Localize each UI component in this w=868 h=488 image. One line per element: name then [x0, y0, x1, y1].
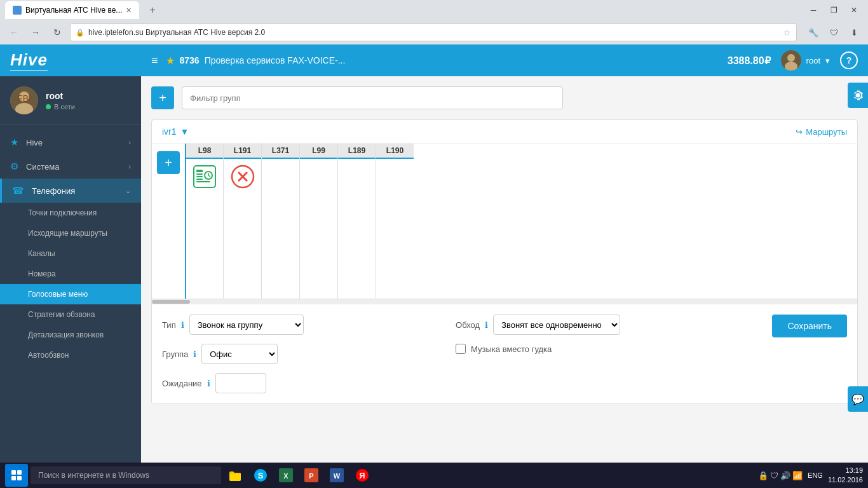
user-menu[interactable]: root ▾ [781, 50, 830, 71]
wait-info-icon[interactable]: ℹ [207, 379, 210, 388]
group-info-icon[interactable]: ℹ [193, 349, 196, 359]
ivr-col-l191: L191 [223, 144, 261, 299]
tab-favicon [13, 6, 22, 15]
type-info-icon[interactable]: ℹ [181, 320, 184, 330]
taskbar-search-input[interactable] [31, 466, 221, 484]
help-button[interactable]: ? [840, 51, 858, 69]
top-bar-right: 3388.80₽ root ▾ ? [728, 50, 858, 71]
new-tab-button[interactable]: + [144, 2, 160, 18]
svg-text:W: W [334, 472, 341, 480]
taskbar-powerpoint[interactable]: P [300, 464, 323, 487]
status-dot [46, 104, 51, 109]
app-container: Hive FBI root В сети ★ [0, 44, 868, 488]
taskbar-excel[interactable]: X [275, 464, 297, 487]
col-header-l190: L190 [376, 144, 414, 159]
sidebar-item-outgoing-routes[interactable]: Исходящие маршруты [0, 223, 141, 243]
system-tray: 🔒 🛡 🔊 📶 [758, 471, 803, 480]
filter-groups-input[interactable] [182, 86, 563, 109]
hamburger-icon[interactable]: ≡ [151, 54, 158, 67]
svg-rect-17 [11, 470, 16, 475]
tab-close-btn[interactable]: ✕ [126, 6, 132, 15]
user-avatar-small [781, 50, 801, 71]
ivr-add-node-button[interactable]: + [157, 151, 180, 174]
svg-rect-9 [196, 173, 203, 175]
save-button[interactable]: Сохранить [772, 315, 847, 337]
page-id: 8736 [180, 55, 200, 65]
right-chat-button[interactable]: 💬 [848, 386, 868, 412]
col-header-l191: L191 [224, 144, 261, 159]
taskbar-skype[interactable]: S [249, 464, 272, 487]
svg-text:Я: Я [359, 471, 365, 480]
tray-network[interactable]: 📶 [792, 471, 803, 480]
sidebar-item-label: Hive [26, 138, 121, 147]
sidebar-item-autodialer[interactable]: Автообзвон [0, 345, 141, 365]
browser-tab[interactable]: Виртуальная АТС Hive ве... ✕ [5, 1, 139, 19]
ivr-name-selector[interactable]: ivr1 ▼ [162, 126, 189, 137]
shield-button[interactable]: 🛡 [825, 24, 843, 41]
address-bar[interactable]: 🔒 hive.iptelefon.su Виртуальная АТС Hive… [70, 24, 797, 41]
bypass-select[interactable]: Звонят все одновременноПо очередиСлучайн… [493, 315, 620, 335]
back-button[interactable]: ← [5, 24, 23, 41]
sidebar-item-voice-menu[interactable]: Голосовые меню [0, 284, 141, 304]
ivr-dropdown-arrow: ▼ [180, 126, 189, 137]
lang-indicator[interactable]: ENG [808, 471, 823, 479]
reload-button[interactable]: ↻ [48, 24, 66, 41]
taskbar-clock: 13:19 11.02.2016 [828, 466, 863, 485]
phone-icon: ☎ [12, 185, 24, 196]
ivr-canvas: + L98 [152, 144, 857, 304]
add-group-button[interactable]: + [151, 86, 174, 109]
wait-input[interactable]: 60 [215, 373, 266, 393]
telephony-submenu: Точки подключения Исходящие маршруты Кан… [0, 203, 141, 365]
sidebar-item-system[interactable]: ⚙ Система › [0, 154, 141, 179]
forward-button[interactable]: → [27, 24, 44, 41]
node-delete-icon[interactable] [230, 164, 255, 189]
svg-text:S: S [258, 471, 264, 480]
taskbar-right: 🔒 🛡 🔊 📶 ENG 13:19 11.02.2016 [758, 466, 863, 485]
sidebar-item-numbers[interactable]: Номера [0, 264, 141, 284]
star-icon: ★ [10, 137, 18, 148]
right-gear-button[interactable] [848, 83, 868, 108]
taskbar-yandex[interactable]: Я [351, 464, 374, 487]
minimize-button[interactable]: ─ [804, 3, 822, 18]
taskbar-app-icons: S X P W Я [224, 464, 374, 487]
form-left: Тип ℹ Звонок на группуГолосовое менюВнеш… [162, 315, 304, 393]
music-checkbox[interactable] [456, 344, 466, 354]
extensions-button[interactable]: 🔧 [804, 24, 822, 41]
ivr-col-l371: L371 [261, 144, 299, 299]
bypass-info-icon[interactable]: ℹ [485, 320, 488, 330]
taskbar-word[interactable]: W [325, 464, 348, 487]
ivr-section: ivr1 ▼ ↪ Маршруты + L [151, 119, 858, 404]
sidebar-item-telephony[interactable]: ☎ Телефония ⌄ [0, 179, 141, 203]
username-label: root [806, 56, 820, 65]
taskbar-file-explorer[interactable] [224, 464, 247, 487]
download-button[interactable]: ⬇ [845, 24, 863, 41]
sidebar-item-call-details[interactable]: Детализация звонков [0, 325, 141, 345]
bookmark-icon[interactable]: ☆ [783, 27, 791, 37]
col-body-l99 [300, 159, 337, 299]
sidebar-item-channels[interactable]: Каналы [0, 243, 141, 264]
tray-volume[interactable]: 🔊 [780, 471, 790, 480]
group-select[interactable]: ОфисМенеджерыПоддержка [201, 344, 278, 364]
sidebar-item-connection-points[interactable]: Точки подключения [0, 203, 141, 223]
svg-rect-11 [196, 179, 203, 180]
form-save-area: Сохранить [772, 315, 847, 337]
ivr-col-l99: L99 [299, 144, 337, 299]
routes-label: Маршруты [806, 127, 847, 137]
col-header-l99: L99 [300, 144, 337, 159]
hive-logo: Hive [10, 50, 48, 71]
user-dropdown-icon[interactable]: ▾ [825, 56, 830, 65]
status-text: В сети [54, 103, 75, 111]
ivr-columns: L98 [185, 144, 414, 299]
restore-button[interactable]: ❐ [825, 3, 843, 18]
start-button[interactable] [5, 464, 28, 487]
type-select[interactable]: Звонок на группуГолосовое менюВнешний но… [189, 315, 304, 335]
routes-link[interactable]: ↪ Маршруты [796, 127, 847, 137]
svg-rect-12 [196, 181, 210, 182]
page-title: ★ 8736 Проверка сервисов FAX-VOICE-... [166, 55, 720, 67]
svg-point-5 [787, 54, 795, 62]
favorite-icon[interactable]: ★ [166, 55, 175, 67]
sidebar-item-hive[interactable]: ★ Hive › [0, 130, 141, 154]
sidebar-item-call-strategies[interactable]: Стратегии обзвона [0, 304, 141, 325]
close-button[interactable]: ✕ [845, 3, 863, 18]
node-phone-icon[interactable] [192, 164, 217, 189]
